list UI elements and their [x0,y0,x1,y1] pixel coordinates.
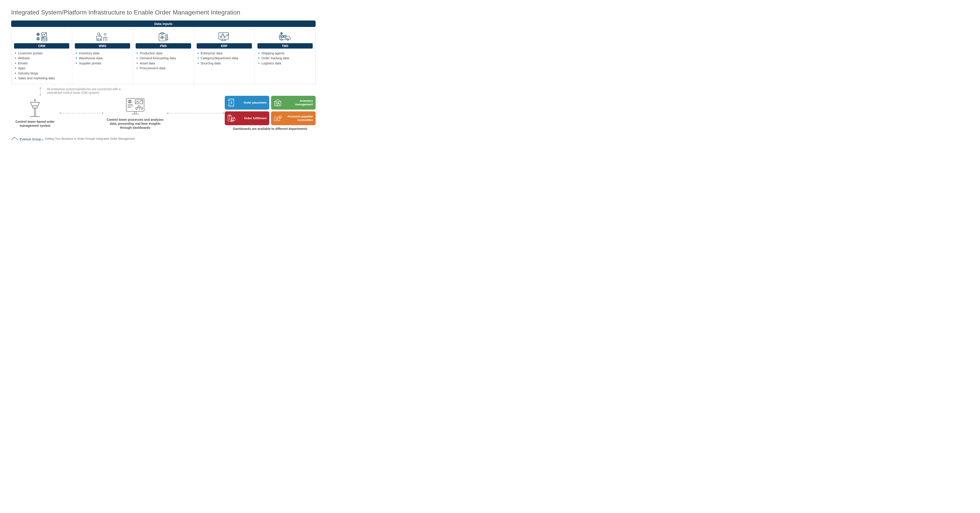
list-item: Warehouse data [76,56,130,61]
list-item: Industry blogs [15,71,69,76]
departments-block: Order placement Inventory management [225,96,316,131]
wms-icon [75,31,130,42]
list-item: Logistics data [258,61,313,66]
system-column-pms: PMS Production data Demand forecasting d… [133,29,194,84]
dept-order-placement: Order placement [225,96,269,110]
dashboard-caption: Control tower processes and analyzes dat… [104,118,166,130]
system-label: TMS [258,43,313,49]
svg-line-32 [223,35,224,36]
svg-point-21 [161,36,163,38]
svg-text:$: $ [277,118,277,119]
list-item: Website [15,56,69,61]
logo-caret-icon [11,136,19,141]
system-list: Enterprise data Category/department data… [197,51,252,66]
list-item: Shipping agents [258,51,313,56]
footer-tagline: Getting Your Business in Order through I… [45,137,135,140]
flow-arrow [168,113,223,113]
dept-label: Accounts payable/ receivables [284,115,313,122]
svg-point-15 [97,33,100,35]
systems-container: CRM Customer portals Website Emails Apps… [11,29,316,84]
svg-rect-37 [282,36,283,37]
svg-point-10 [42,37,43,38]
mid-region: All enterprise systems/platforms are con… [11,87,316,94]
warehouse-icon [273,98,282,107]
svg-rect-73 [277,102,278,104]
dept-inventory: Inventory management [271,96,316,110]
svg-line-65 [140,107,141,108]
money-icon: $ $ [273,114,282,123]
svg-point-17 [104,33,106,35]
system-column-wms: WMS Inventory data Warehouse data Suppli… [72,29,133,84]
system-column-crm: CRM Customer portals Website Emails Apps… [11,29,72,84]
list-item: Inventory data [76,51,130,56]
svg-line-16 [100,35,101,36]
svg-point-11 [43,37,44,38]
svg-rect-12 [97,36,102,41]
system-list: Customer portals Website Emails Apps Ind… [14,51,69,81]
svg-rect-42 [33,106,37,108]
list-item: Demand forecasting data [137,56,191,61]
svg-point-34 [281,39,282,41]
list-item: Production data [137,51,191,56]
page-title: Integrated System/Platform Infrastructur… [11,9,316,16]
list-item: Sales and marketing data [15,76,69,81]
dept-label: Order placement [238,101,267,105]
svg-point-40 [281,33,282,34]
list-item: Enterprise data [197,51,252,56]
system-list: Shipping agents Order tracking data Logi… [258,51,313,66]
svg-point-1 [38,38,39,39]
departments-caption: Dashboards are available to different de… [225,127,316,131]
flow-arrow [60,113,103,113]
svg-text:$: $ [280,116,281,118]
svg-point-29 [220,36,222,38]
svg-rect-71 [276,104,278,106]
svg-rect-38 [284,36,285,37]
system-label: ERP [197,43,252,49]
list-item: Sourcing data [197,61,252,66]
svg-point-58 [136,107,137,109]
registered-mark: ® [42,139,44,141]
list-item: Procurement data [137,66,191,71]
dashboard-block: Control tower processes and analyzes dat… [104,97,166,130]
crm-icon [14,31,69,42]
control-tower-icon [11,99,59,119]
dept-label: Order fulfillment [238,116,267,120]
dept-fulfillment: Order fulfillment [225,112,269,125]
system-label: WMS [75,43,130,49]
data-inputs-header: Data inputs [11,21,316,27]
flow-row: Control tower-based order management sys… [11,96,316,131]
svg-rect-24 [219,32,229,39]
list-item: Category/department data [197,56,252,61]
system-list: Inventory data Warehouse data Supplier p… [75,51,130,66]
list-item: Emails [15,61,69,66]
system-column-erp: ERP Enterprise data Category/department … [194,29,255,84]
connector-note: All enterprise systems/platforms are con… [47,87,127,94]
list-item: Apps [15,66,69,71]
dashboard-icon [104,97,166,117]
list-item: Supplier portals [76,61,130,66]
svg-rect-72 [278,104,280,106]
control-tower-caption: Control tower-based order management sys… [11,119,59,127]
checklist-box-icon [227,114,236,123]
list-item: Order tracking data [258,56,313,61]
tms-icon [258,31,313,42]
pms-icon [136,31,191,42]
brand-name: Everest Group [20,137,41,141]
system-label: PMS [136,43,191,49]
everest-group-logo: Everest Group® [11,136,43,141]
svg-marker-41 [30,102,40,106]
system-column-tms: TMS Shipping agents Order tracking data … [255,29,315,84]
svg-point-60 [141,107,143,109]
system-label: CRM [14,43,69,49]
footer: Everest Group® Getting Your Business in … [11,136,316,141]
phone-download-icon [227,98,236,108]
svg-point-30 [224,36,225,38]
control-tower-block: Control tower-based order management sys… [11,99,59,127]
system-list: Production data Demand forecasting data … [136,51,191,71]
svg-point-35 [287,39,289,41]
svg-point-22 [162,37,162,38]
erp-icon [197,31,252,42]
svg-point-47 [35,99,35,100]
svg-rect-36 [280,36,282,37]
svg-point-53 [129,100,130,102]
